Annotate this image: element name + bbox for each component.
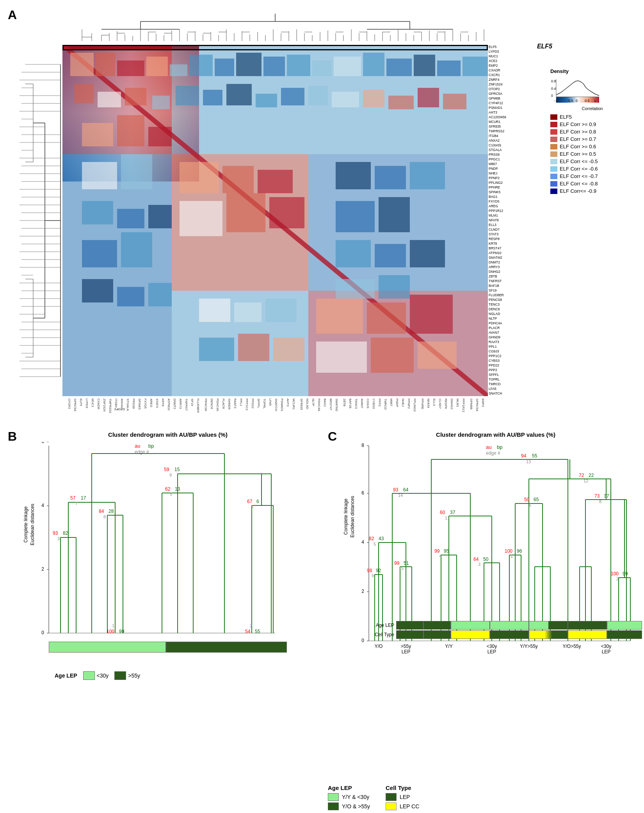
density-plot: Density bbox=[550, 68, 634, 111]
svg-text:PSMAD1: PSMAD1 bbox=[280, 398, 284, 411]
svg-text:96: 96 bbox=[517, 548, 522, 554]
svg-text:Y/Y>55y: Y/Y>55y bbox=[520, 644, 538, 649]
svg-text:FXYD5: FXYD5 bbox=[144, 398, 147, 409]
legend-yo-55y: Y/O & >55y bbox=[328, 802, 370, 810]
svg-text:ARRY3: ARRY3 bbox=[179, 398, 182, 409]
svg-text:-0.5: -0.5 bbox=[567, 99, 573, 103]
svg-text:-1: -1 bbox=[554, 99, 557, 103]
svg-text:SMATM2: SMATM2 bbox=[335, 398, 338, 411]
svg-text:99: 99 bbox=[623, 571, 628, 576]
svg-text:LEP: LEP bbox=[402, 649, 411, 655]
svg-rect-146 bbox=[236, 53, 262, 76]
svg-rect-192 bbox=[121, 232, 152, 267]
svg-text:100: 100 bbox=[107, 629, 114, 634]
svg-text:54: 54 bbox=[245, 629, 251, 634]
svg-rect-179 bbox=[180, 201, 222, 236]
svg-rect-141 bbox=[117, 60, 144, 76]
svg-text:>55y: >55y bbox=[401, 644, 411, 649]
legend-yy-30y: Y/Y & <30y bbox=[328, 793, 370, 801]
panel-b-legend-light: <30y bbox=[83, 671, 109, 680]
svg-rect-178 bbox=[258, 170, 293, 193]
svg-text:PPL1: PPL1 bbox=[239, 398, 243, 406]
gene-labels-right: ELF5 LYPD3 MUC1 XCE2 EMP2 CXADR CXCR1 ZN… bbox=[489, 45, 535, 396]
svg-rect-191 bbox=[82, 240, 117, 267]
svg-text:Y/O>55y: Y/O>55y bbox=[562, 644, 581, 649]
svg-text:51: 51 bbox=[404, 560, 409, 566]
svg-text:67: 67 bbox=[247, 499, 253, 504]
svg-rect-143 bbox=[170, 64, 187, 76]
density-chart: 0 0.4 0.8 -1 -0.5 0 0.5 1 bbox=[550, 75, 601, 107]
svg-rect-197 bbox=[375, 166, 406, 189]
panel-b-color-bars bbox=[49, 642, 287, 653]
svg-text:0.4: 0.4 bbox=[551, 87, 556, 91]
legend-item-corr05: ELF Corr >= 0.5 bbox=[550, 151, 634, 157]
svg-text:NLTP: NLTP bbox=[311, 398, 315, 406]
svg-text:ATPM10: ATPM10 bbox=[167, 398, 171, 411]
svg-rect-168 bbox=[388, 96, 414, 109]
svg-rect-170 bbox=[443, 94, 466, 109]
svg-text:ZBTB: ZBTB bbox=[343, 398, 346, 406]
svg-text:84: 84 bbox=[99, 509, 104, 514]
svg-text:94: 94 bbox=[521, 453, 527, 459]
svg-text:GPM6B: GPM6B bbox=[470, 398, 473, 409]
svg-rect-189 bbox=[117, 209, 144, 228]
svg-text:64: 64 bbox=[403, 487, 409, 493]
svg-text:<30y: <30y bbox=[601, 644, 611, 649]
svg-text:17: 17 bbox=[81, 495, 86, 501]
svg-text:4: 4 bbox=[361, 539, 364, 545]
svg-text:PDHC4A: PDHC4A bbox=[317, 398, 321, 411]
svg-text:13: 13 bbox=[526, 459, 531, 464]
svg-text:6: 6 bbox=[256, 499, 259, 504]
svg-text:62: 62 bbox=[165, 486, 171, 492]
svg-text:edge #: edge # bbox=[486, 450, 500, 456]
svg-text:98: 98 bbox=[367, 568, 372, 573]
svg-text:CYBS3: CYBS3 bbox=[372, 398, 375, 409]
svg-rect-166 bbox=[332, 92, 359, 107]
svg-text:SFPFL: SFPFL bbox=[257, 398, 260, 408]
svg-text:PPP2: PPP2 bbox=[378, 398, 381, 407]
panel-b-chart-area: Complete linkage Euclidean distances 0 2… bbox=[8, 440, 301, 690]
svg-text:95: 95 bbox=[444, 548, 449, 554]
svg-rect-185 bbox=[316, 342, 367, 373]
density-label: Density bbox=[550, 68, 634, 74]
svg-rect-148 bbox=[287, 55, 310, 76]
svg-text:MCUR1: MCUR1 bbox=[292, 398, 295, 410]
svg-rect-210 bbox=[238, 334, 269, 361]
svg-text:SF19: SF19 bbox=[190, 398, 194, 406]
svg-text:TENC3: TENC3 bbox=[354, 398, 358, 409]
svg-text:STGALA: STGALA bbox=[126, 398, 130, 411]
svg-text:PPD22: PPD22 bbox=[251, 398, 254, 409]
svg-text:8: 8 bbox=[103, 514, 106, 519]
svg-text:bp: bp bbox=[148, 443, 154, 449]
dendrogram-left bbox=[10, 45, 62, 396]
svg-text:4: 4 bbox=[439, 554, 441, 559]
svg-rect-200 bbox=[379, 197, 410, 232]
svg-text:Y/Y: Y/Y bbox=[445, 644, 452, 649]
svg-text:65: 65 bbox=[534, 497, 539, 502]
svg-text:PPLING2: PPLING2 bbox=[413, 398, 416, 412]
svg-rect-158 bbox=[125, 88, 146, 105]
svg-text:82: 82 bbox=[63, 530, 68, 536]
svg-text:0: 0 bbox=[41, 630, 44, 635]
svg-text:93: 93 bbox=[53, 530, 58, 536]
svg-text:55: 55 bbox=[532, 453, 537, 459]
svg-text:KRT8: KRT8 bbox=[161, 398, 165, 407]
svg-text:TOPRL: TOPRL bbox=[263, 398, 266, 409]
legend-item-corrn07: ELF Corr <= -0.7 bbox=[550, 173, 634, 179]
svg-text:ZNF1524: ZNF1524 bbox=[103, 398, 106, 412]
svg-text:GPRC5A: GPRC5A bbox=[475, 398, 479, 412]
panel-b-legend-dark: >55y bbox=[114, 671, 140, 680]
svg-text:12: 12 bbox=[584, 479, 588, 483]
svg-text:ANXA2: ANXA2 bbox=[120, 398, 124, 409]
legend-item-corrn06: ELF Corr <= -0.6 bbox=[550, 166, 634, 172]
svg-rect-150 bbox=[334, 57, 361, 76]
svg-rect-154 bbox=[437, 60, 461, 76]
legend-item-corr09: ELF Corr >= 0.9 bbox=[550, 121, 634, 127]
svg-text:64: 64 bbox=[473, 557, 479, 562]
svg-text:OTOP2: OTOP2 bbox=[68, 398, 71, 409]
svg-text:AREG: AREG bbox=[149, 398, 153, 407]
svg-text:50: 50 bbox=[524, 497, 530, 502]
svg-text:<30y: <30y bbox=[487, 644, 497, 649]
svg-text:NGLAD: NGLAD bbox=[306, 398, 309, 409]
age-lep-legend-group: Age LEP Y/Y & <30y Y/O & >55y bbox=[328, 785, 370, 810]
